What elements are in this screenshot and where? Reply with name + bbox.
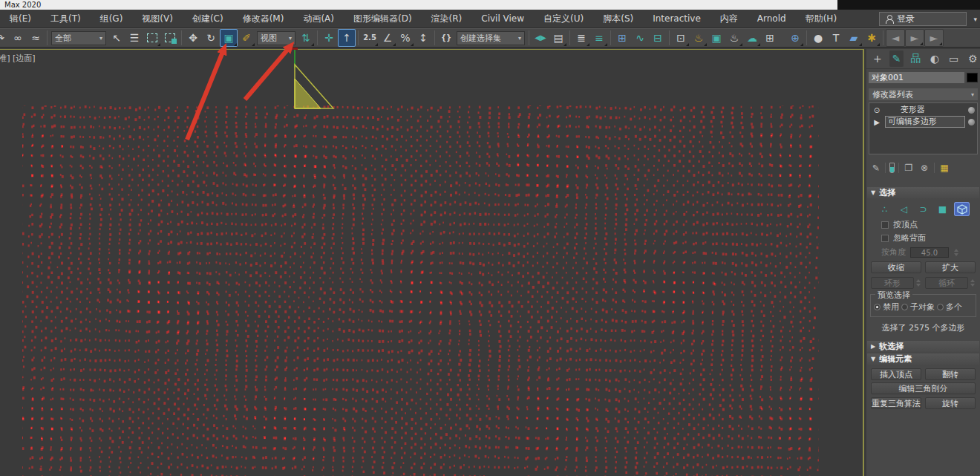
tab-motion[interactable]: ◐ bbox=[927, 50, 942, 67]
ignore-backfacing-checkbox[interactable] bbox=[881, 235, 889, 242]
keyboard-override-icon[interactable]: ↑ bbox=[338, 29, 356, 47]
align-icon[interactable]: ▤ bbox=[549, 29, 567, 47]
pin-stack-icon[interactable]: ✐ bbox=[870, 162, 881, 174]
tab-utilities[interactable]: ⚙ bbox=[965, 50, 980, 67]
menu-item-0[interactable]: 辑(E) bbox=[0, 10, 41, 27]
perspective-viewport[interactable]: [标准] [边面] bbox=[0, 49, 864, 476]
rectangular-selection-icon[interactable] bbox=[143, 29, 161, 47]
layer-explorer-icon[interactable]: ≣ bbox=[572, 29, 590, 47]
object-color-swatch[interactable] bbox=[967, 73, 978, 82]
select-by-name-icon[interactable]: ☰ bbox=[125, 29, 143, 47]
tab-hierarchy[interactable]: 品 bbox=[908, 50, 923, 67]
menu-item-5[interactable]: 修改器(M) bbox=[233, 10, 294, 27]
rollout-selection-header[interactable]: ▼ 选择 bbox=[867, 187, 979, 198]
ignore-backfacing-checkbox-row[interactable]: 忽略背面 bbox=[881, 233, 980, 243]
rollout-edit-elements-header[interactable]: ▼ 编辑元素 bbox=[867, 353, 979, 365]
toggle-scene-explorer-icon[interactable]: ⊞ bbox=[613, 29, 631, 47]
viewport-shading-label[interactable]: [标准] [边面] bbox=[0, 53, 36, 64]
insert-vertex-button[interactable]: 插入顶点 bbox=[871, 368, 921, 380]
modifier-toggle-icon[interactable] bbox=[968, 107, 975, 114]
percent-snap-icon[interactable]: % bbox=[396, 29, 414, 47]
modifier-list-dropdown[interactable]: 修改器列表 ▾ bbox=[869, 88, 978, 100]
sign-in-button[interactable]: 登录 bbox=[879, 12, 967, 26]
reference-coordinate-dropdown[interactable]: 视图▾ bbox=[257, 31, 295, 45]
by-angle-value-field[interactable]: 45.0 bbox=[910, 247, 949, 258]
menu-item-3[interactable]: 视图(V) bbox=[132, 10, 183, 27]
window-crossing-icon[interactable] bbox=[161, 29, 179, 47]
shrink-button[interactable]: 收缩 bbox=[871, 261, 921, 273]
eraser-icon[interactable]: ▰ bbox=[845, 29, 863, 47]
turn-button[interactable]: 旋转 bbox=[925, 397, 976, 409]
schematic-view-icon[interactable]: ⊟ bbox=[649, 29, 667, 47]
select-and-link-icon[interactable]: ∞ bbox=[9, 29, 27, 47]
subobject-border-icon[interactable]: ⊃ bbox=[915, 202, 931, 216]
ring-button[interactable]: 环形 bbox=[871, 277, 914, 289]
menu-item-4[interactable]: 创建(C) bbox=[183, 10, 233, 27]
scene-explorer-icon[interactable]: ≡ bbox=[590, 29, 608, 47]
menu-item-7[interactable]: 图形编辑器(D) bbox=[344, 10, 422, 27]
render-setup-icon[interactable]: ♨ bbox=[690, 29, 708, 47]
expand-arrow-icon[interactable]: ▶ bbox=[872, 118, 882, 126]
menu-item-14[interactable]: Arnold bbox=[748, 10, 796, 27]
subobject-vertex-icon[interactable]: ∴ bbox=[877, 202, 892, 216]
grow-button[interactable]: 扩大 bbox=[925, 261, 976, 273]
radio-icon[interactable] bbox=[874, 304, 881, 310]
by-angle-spinner[interactable] bbox=[953, 249, 959, 256]
render-cloud-icon[interactable]: ☁ bbox=[743, 29, 761, 47]
edit-triangulation-button[interactable]: 编辑三角剖分 bbox=[871, 382, 976, 394]
ring-spinner[interactable] bbox=[915, 279, 921, 287]
loop-spinner[interactable] bbox=[970, 279, 976, 287]
select-and-place-icon[interactable]: ✐ bbox=[238, 29, 255, 47]
select-and-scale-icon[interactable]: ▣ bbox=[220, 29, 238, 47]
modifier-stack-row-1[interactable]: ▶可编辑多边形 bbox=[870, 116, 976, 128]
material-sphere-icon[interactable]: ● bbox=[809, 29, 827, 47]
subobject-element-icon[interactable] bbox=[954, 202, 970, 216]
menu-item-6[interactable]: 动画(A) bbox=[293, 10, 344, 27]
menu-item-1[interactable]: 工具(T) bbox=[41, 10, 91, 27]
flip-button[interactable]: 翻转 bbox=[925, 368, 976, 380]
menu-item-8[interactable]: 渲染(R) bbox=[422, 10, 472, 27]
state-sets-prev-icon[interactable]: ◄ bbox=[886, 29, 905, 47]
edit-named-selections-icon[interactable]: {} bbox=[437, 29, 455, 47]
remove-modifier-icon[interactable]: ⊗ bbox=[918, 163, 930, 173]
menu-item-15[interactable]: 帮助(H) bbox=[796, 10, 846, 27]
select-object-icon[interactable]: ↖ bbox=[108, 29, 125, 47]
use-pivot-center-icon[interactable]: ⇅ bbox=[297, 29, 315, 47]
radio-icon[interactable] bbox=[901, 304, 908, 310]
massfx-icon[interactable]: ✱ bbox=[863, 29, 881, 47]
radio-icon[interactable] bbox=[937, 304, 944, 310]
menu-item-9[interactable]: Civil View bbox=[471, 10, 534, 27]
angle-snap-icon[interactable]: ∠ bbox=[379, 29, 396, 47]
select-and-move-icon[interactable]: ✥ bbox=[184, 29, 202, 47]
select-and-rotate-icon[interactable]: ↻ bbox=[202, 29, 220, 47]
menu-item-12[interactable]: Interactive bbox=[643, 10, 710, 27]
redo-icon[interactable]: ↷ bbox=[0, 29, 9, 47]
substance-icon[interactable]: T bbox=[827, 29, 845, 47]
bind-to-space-warp-icon[interactable]: ≈ bbox=[27, 29, 45, 47]
state-sets-play-icon[interactable]: ► bbox=[905, 29, 924, 47]
rollout-soft-selection-header[interactable]: ▶ 软选择 bbox=[867, 341, 979, 352]
state-sets-next-icon[interactable]: ► bbox=[924, 29, 944, 47]
spinner-snap-icon[interactable]: ↕ bbox=[414, 29, 432, 47]
show-end-result-icon[interactable] bbox=[889, 163, 895, 173]
tab-create[interactable]: + bbox=[870, 50, 885, 67]
menu-item-13[interactable]: 内容 bbox=[710, 10, 748, 27]
snap-toggle-icon[interactable]: 2.5 bbox=[361, 29, 379, 47]
modifier-label[interactable]: 变形器 bbox=[898, 105, 965, 115]
open-max-home-icon[interactable]: ⊕ bbox=[786, 29, 804, 47]
render-presets-icon[interactable]: ⊞ bbox=[761, 29, 779, 47]
curve-editor-icon[interactable]: ∿ bbox=[631, 29, 649, 47]
by-vertex-checkbox[interactable] bbox=[881, 221, 889, 229]
by-vertex-checkbox-row[interactable]: 按顶点 bbox=[881, 220, 980, 229]
mirror-icon[interactable]: ◀▶ bbox=[532, 29, 549, 47]
material-editor-icon[interactable]: ⊡ bbox=[672, 29, 690, 47]
make-unique-icon[interactable]: ❐ bbox=[903, 163, 915, 173]
menu-item-11[interactable]: 脚本(S) bbox=[593, 10, 643, 27]
named-selection-sets-dropdown[interactable]: 创建选择集▾ bbox=[457, 31, 525, 45]
chevron-down-icon[interactable]: ▾ bbox=[973, 16, 977, 23]
preview-option-子对象[interactable]: 子对象 bbox=[901, 301, 935, 313]
subobject-polygon-icon[interactable]: ■ bbox=[935, 202, 950, 216]
loop-button[interactable]: 循环 bbox=[925, 277, 968, 289]
modifier-stack-row-0[interactable]: ⊙变形器 bbox=[870, 104, 976, 116]
modifier-toggle-icon[interactable] bbox=[968, 119, 975, 125]
